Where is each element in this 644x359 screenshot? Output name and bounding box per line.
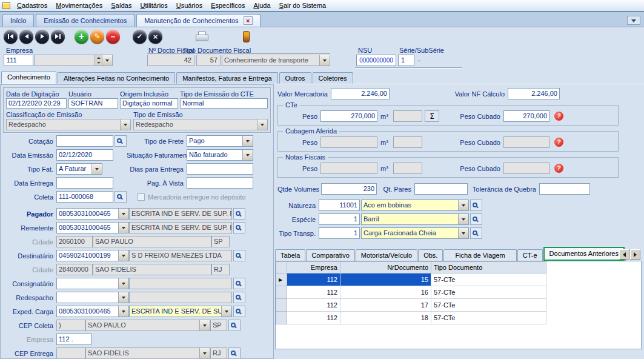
cell-empresa[interactable]: 112	[287, 286, 340, 299]
help-icon[interactable]	[554, 112, 563, 121]
cell-empresa[interactable]: 112	[287, 312, 340, 324]
subtab-tabela[interactable]: Tabela	[275, 249, 305, 261]
grid-row[interactable]: 1121857-CTe	[276, 312, 546, 324]
cell-nrdocumento[interactable]: 18	[340, 312, 431, 324]
tipo-transp-code-input[interactable]: 1	[319, 227, 360, 239]
tab-conhecimento[interactable]: Conhecimento	[1, 71, 56, 84]
qtde-volumes-input[interactable]: 230	[321, 183, 377, 195]
dropdown-button[interactable]	[118, 278, 128, 289]
subtab-documentos-anteriores[interactable]: Documentos Anteriores	[543, 247, 625, 261]
cte-peso-input[interactable]: 270,000	[320, 110, 377, 122]
dropdown-button[interactable]	[458, 200, 468, 210]
tolerancia-input[interactable]	[539, 183, 590, 195]
dropdown-button[interactable]	[118, 292, 128, 303]
consignatario-search-button[interactable]	[233, 278, 245, 289]
tab-manutencao-de-conhecimentos[interactable]: Manutenção de Conhecimentos	[136, 14, 260, 27]
help-icon[interactable]	[554, 164, 563, 173]
cell-nrdocumento[interactable]: 17	[340, 299, 431, 312]
add-record-button[interactable]	[75, 30, 88, 44]
column-header-nrdocumento[interactable]: NrDocumento	[340, 262, 431, 273]
pagador-code-select[interactable]: 08053031000465	[56, 208, 129, 220]
valor-mercadoria-input[interactable]: 2.246,00	[331, 88, 390, 99]
tab-outros[interactable]: Outros	[279, 72, 311, 84]
menu-item-movimentacoes[interactable]: Movimentações	[51, 1, 107, 10]
dropdown-button[interactable]	[118, 223, 128, 233]
confirm-button[interactable]	[133, 30, 147, 44]
cep-coleta-search-button[interactable]	[228, 320, 241, 331]
cell-nrdocumento[interactable]: 15	[340, 273, 431, 286]
tipo-fat-select[interactable]: A Faturar	[56, 163, 102, 175]
coleta-input[interactable]: 111-000068	[56, 191, 113, 203]
cotacao-input[interactable]	[56, 135, 113, 147]
edit-record-button[interactable]	[90, 30, 104, 44]
dropdown-button[interactable]	[91, 164, 102, 174]
natureza-select[interactable]: Aco em bobinas	[361, 200, 469, 211]
tab-coletores[interactable]: Coletores	[313, 72, 353, 84]
destinatario-search-button[interactable]	[233, 250, 245, 261]
subtab-ficha-de-viagem[interactable]: Ficha de Viagem	[443, 249, 516, 261]
dropdown-button[interactable]	[118, 306, 128, 317]
situacao-faturamento-select[interactable]: Não faturado	[187, 149, 253, 161]
first-record-button[interactable]	[4, 30, 18, 44]
coleta-search-button[interactable]	[115, 191, 127, 203]
menu-item-ajuda[interactable]: Ajuda	[249, 1, 274, 10]
especie-select[interactable]: Barril	[361, 213, 469, 225]
cell-tipo-documento[interactable]: 57-CTe	[431, 273, 546, 286]
tab-alteracoes-feitas-no-conhecimento[interactable]: Alterações Feitas no Conhecimento	[58, 72, 175, 84]
redespacho-search-button[interactable]	[233, 292, 245, 303]
tipo-transp-select[interactable]: Carga Fracionada Cheia	[361, 227, 469, 239]
natureza-search-button[interactable]	[470, 200, 482, 211]
cell-nrdocumento[interactable]: 16	[340, 286, 431, 299]
exped-carga-name-select[interactable]: ESCRITA IND E SERV. DE SUP. P.	[129, 306, 232, 317]
menu-item-utilitarios[interactable]: Utilitários	[136, 1, 171, 10]
especie-search-button[interactable]	[470, 213, 482, 225]
subtab-comparativo[interactable]: Comparativo	[306, 249, 354, 261]
row-selector[interactable]	[276, 286, 287, 299]
cell-tipo-documento[interactable]: 57-CTe	[431, 299, 546, 312]
tipo-transp-search-button[interactable]	[470, 227, 482, 239]
cell-tipo-documento[interactable]: 57-CTe	[431, 312, 546, 324]
previous-record-button[interactable]	[19, 30, 33, 44]
grid-row[interactable]: 1121757-CTe	[276, 299, 546, 312]
exped-carga-code-select[interactable]: 08053031000465	[56, 306, 129, 317]
data-emissao-input[interactable]: 02/12/2020	[56, 149, 113, 161]
remetente-code-select[interactable]: 08053031000465	[56, 222, 129, 233]
tab-list-dropdown-button[interactable]	[627, 16, 640, 25]
destinatario-code-select[interactable]: 04590241000199	[56, 250, 129, 261]
subtab-ct-e[interactable]: CT-e	[517, 249, 543, 261]
cotacao-search-button[interactable]	[115, 135, 127, 147]
empresa-select[interactable]	[34, 55, 113, 66]
dropdown-button[interactable]	[458, 228, 468, 238]
delete-record-button[interactable]	[106, 30, 120, 44]
help-icon[interactable]	[554, 138, 563, 147]
pag-vista-input[interactable]	[187, 177, 253, 189]
tab-manifestos-faturas-e-entrega[interactable]: Manifestos, Faturas e Entrega	[176, 72, 277, 84]
tipo-frete-select[interactable]: Pago	[187, 135, 253, 147]
empresa-spinner[interactable]	[95, 55, 102, 65]
cell-tipo-documento[interactable]: 57-CTe	[431, 286, 546, 299]
nsu-input[interactable]: 0000000000	[356, 55, 396, 66]
consignatario-code-select[interactable]	[56, 278, 129, 289]
natureza-code-input[interactable]: 11001	[319, 200, 360, 211]
tab-inicio[interactable]: Início	[2, 14, 34, 27]
spin-up-icon[interactable]	[95, 55, 102, 61]
serie-input[interactable]: 1	[398, 55, 414, 66]
menu-item-especificos[interactable]: Específicos	[207, 1, 249, 10]
qt-pares-input[interactable]	[414, 183, 468, 195]
column-header-empresa[interactable]: Empresa	[287, 262, 340, 273]
dropdown-button[interactable]	[221, 306, 231, 317]
subtab-scroll-right-button[interactable]	[630, 249, 640, 260]
tab-emissao-de-conhecimentos[interactable]: Emissão de Conhecimentos	[36, 14, 134, 27]
dropdown-button[interactable]	[242, 150, 253, 160]
menu-item-saidas[interactable]: Saídas	[107, 1, 136, 10]
print-button[interactable]	[196, 32, 208, 41]
fiscal-document-button[interactable]	[243, 31, 250, 42]
pagador-search-button[interactable]	[233, 208, 245, 220]
grid-row[interactable]: 1121657-CTe	[276, 286, 546, 299]
dropdown-button[interactable]	[118, 250, 128, 261]
dropdown-button[interactable]	[118, 209, 128, 219]
menu-item-cadastros[interactable]: Cadastros	[13, 1, 51, 10]
dropdown-button[interactable]	[242, 136, 253, 146]
empresa-input[interactable]: 111	[4, 55, 33, 66]
exped-carga-search-button[interactable]	[233, 306, 245, 317]
